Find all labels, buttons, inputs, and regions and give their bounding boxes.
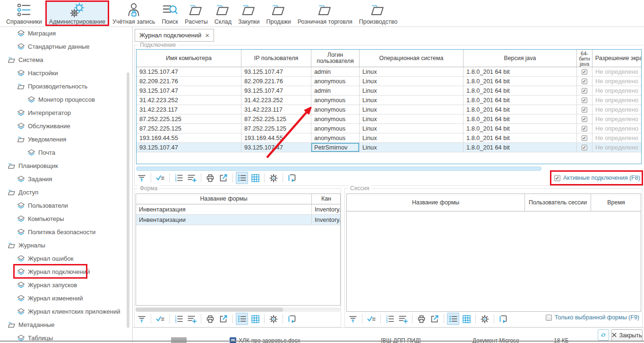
tree-item-error-journal[interactable]: Журнал ошибок (0, 252, 127, 265)
table-cell[interactable]: ✓ (577, 96, 592, 105)
form-table[interactable]: Название формыКанИнвентаризацияInventory… (136, 193, 341, 306)
table-cell[interactable]: ✓ (577, 133, 592, 143)
tree-item-security-policy[interactable]: Политика безопасности (0, 225, 127, 238)
refresh-button[interactable] (598, 329, 609, 341)
column-header[interactable]: Время (591, 194, 641, 211)
column-header[interactable]: Пользователь сессии (525, 194, 591, 211)
table-row[interactable]: ИнвентаризацияInventory.ac (136, 204, 341, 215)
checkbox-checked-icon[interactable]: ✓ (582, 135, 587, 141)
table-cell[interactable]: admin (311, 67, 360, 77)
table-cell[interactable]: anonymous (311, 133, 360, 143)
toolbar-item-account[interactable]: Учётная запись (109, 0, 158, 26)
checkbox-checked-icon[interactable]: ✓ (582, 88, 587, 94)
column-header[interactable]: Название формы (136, 194, 312, 204)
checkbox-checked-icon[interactable]: ✓ (582, 145, 587, 150)
tree-item-scheduler[interactable]: Планировщик (0, 159, 127, 172)
add-rows-icon[interactable] (397, 313, 409, 325)
filter-icon[interactable] (347, 313, 359, 325)
table-cell[interactable]: Не определено (592, 67, 642, 77)
print-icon[interactable] (204, 172, 216, 184)
table-row[interactable]: 31.42.223.25231.42.223.252anonymousLinux… (137, 96, 642, 105)
table-cell[interactable]: anonymous (311, 124, 360, 133)
table-cell[interactable]: 31.42.223.117 (241, 105, 311, 114)
table-cell[interactable]: anonymous (311, 96, 360, 105)
tree-item-standard-data[interactable]: Стандартные данные (0, 40, 127, 53)
apply-check-icon[interactable] (154, 313, 166, 325)
details-view-icon[interactable] (447, 313, 459, 325)
table-cell[interactable]: Не определено (592, 124, 642, 133)
refresh-icon[interactable] (286, 172, 298, 184)
toolbar-item-retail[interactable]: Розничная торговля (294, 0, 356, 26)
table-cell[interactable]: Inventory.ac (312, 215, 341, 225)
table-cell[interactable]: 1.8.0_201 64 bit (464, 105, 577, 114)
details-view-icon[interactable] (236, 313, 248, 325)
grid-view-icon[interactable] (460, 313, 472, 325)
details-view-icon[interactable] (236, 172, 248, 184)
numbered-list-icon[interactable]: 123 (172, 313, 185, 325)
column-header[interactable]: Логин пользователя (311, 50, 360, 67)
column-header[interactable]: 64-битн java (577, 50, 592, 67)
tree-item-mail[interactable]: Почта (0, 146, 127, 159)
table-row[interactable]: 93.125.107.4793.125.107.47adminLinux1.8.… (137, 86, 642, 96)
table-cell[interactable]: admin (311, 86, 360, 96)
table-cell[interactable]: ✓ (577, 86, 592, 96)
table-cell[interactable]: Не определено (592, 86, 642, 96)
table-cell[interactable]: Linux (360, 96, 464, 105)
table-cell[interactable]: ✓ (577, 114, 592, 124)
table-cell[interactable]: 31.42.223.252 (241, 96, 311, 105)
column-header[interactable]: IP пользователя (241, 50, 311, 67)
session-table[interactable]: Название формыПользователь сессииВремя (346, 193, 641, 312)
tab-close-icon[interactable]: × (205, 33, 209, 38)
column-header[interactable]: Название формы (347, 194, 525, 211)
column-header[interactable]: Версия java (464, 50, 577, 67)
table-cell[interactable]: 87.252.225.125 (241, 114, 311, 124)
table-cell[interactable]: ✓ (577, 105, 592, 114)
toolbar-item-calculations[interactable]: Расчеты (181, 0, 211, 26)
table-cell[interactable]: 93.125.107.47 (241, 143, 311, 152)
tree-item-change-journal[interactable]: Журнал изменений (0, 291, 127, 305)
table-cell[interactable]: 82.209.221.76 (241, 77, 311, 86)
filter-icon[interactable] (136, 172, 148, 184)
open-external-icon[interactable] (217, 172, 230, 184)
table-cell[interactable]: Не определено (592, 96, 642, 105)
grid-view-icon[interactable] (249, 313, 261, 325)
table-cell[interactable]: Inventory.ac (312, 204, 341, 215)
connections-hscrollbar[interactable] (136, 167, 541, 171)
table-cell[interactable]: anonymous (311, 114, 360, 124)
table-cell[interactable]: Инвентаризации (136, 215, 312, 225)
table-row[interactable]: 93.125.107.4793.125.107.47PetrSmirnovLin… (137, 143, 642, 152)
tree-item-users[interactable]: Пользователи (0, 199, 127, 212)
refresh-icon[interactable] (497, 313, 509, 325)
only-selected-form-filter[interactable]: Только выбранной формы (F9) (546, 314, 639, 321)
toolbar-item-search[interactable]: Поиск (158, 0, 181, 26)
column-header[interactable]: Имя компьютера (137, 50, 241, 67)
table-cell[interactable]: ✓ (577, 143, 592, 152)
toolbar-item-administration[interactable]: Администрирование (45, 0, 109, 26)
settings-icon[interactable] (267, 313, 280, 325)
add-rows-icon[interactable] (186, 172, 198, 184)
table-cell[interactable]: 87.252.225.125 (137, 114, 241, 124)
table-cell[interactable]: 193.169.44.55 (137, 133, 241, 143)
tree-item-settings[interactable]: Настройки (0, 66, 127, 79)
table-row[interactable]: 193.169.44.55193.169.44.55anonymousLinux… (137, 133, 642, 143)
table-cell[interactable]: 31.42.223.117 (137, 105, 241, 114)
tree-item-launch-journal[interactable]: Журнал запусков (0, 278, 127, 291)
tree-item-access[interactable]: Доступ (0, 185, 127, 199)
table-cell[interactable]: Инвентаризация (136, 204, 312, 215)
table-cell[interactable]: 93.125.107.47 (241, 86, 311, 96)
table-cell[interactable]: Не определено (592, 105, 642, 114)
settings-icon[interactable] (479, 313, 491, 325)
sidebar-scrollbar[interactable] (127, 72, 129, 328)
table-cell[interactable]: ✓ (577, 67, 592, 77)
table-cell[interactable]: Linux (360, 124, 464, 133)
table-cell[interactable]: 1.8.0_201 64 bit (464, 96, 577, 105)
table-cell[interactable]: 1.8.0_201 64 bit (464, 86, 577, 96)
tab-connection-journal[interactable]: Журнал подключений × (135, 29, 214, 42)
table-row[interactable]: 87.252.225.12587.252.225.125anonymousLin… (137, 124, 642, 133)
tree-item-maintenance[interactable]: Обслуживание (0, 119, 127, 132)
checkbox-unchecked-icon[interactable] (546, 315, 552, 321)
table-cell[interactable]: 93.125.107.47 (137, 86, 241, 96)
tree-item-metadata[interactable]: Метаданные (0, 318, 127, 331)
open-external-icon[interactable] (429, 313, 441, 325)
tree-item-performance[interactable]: Производительность (0, 79, 127, 93)
